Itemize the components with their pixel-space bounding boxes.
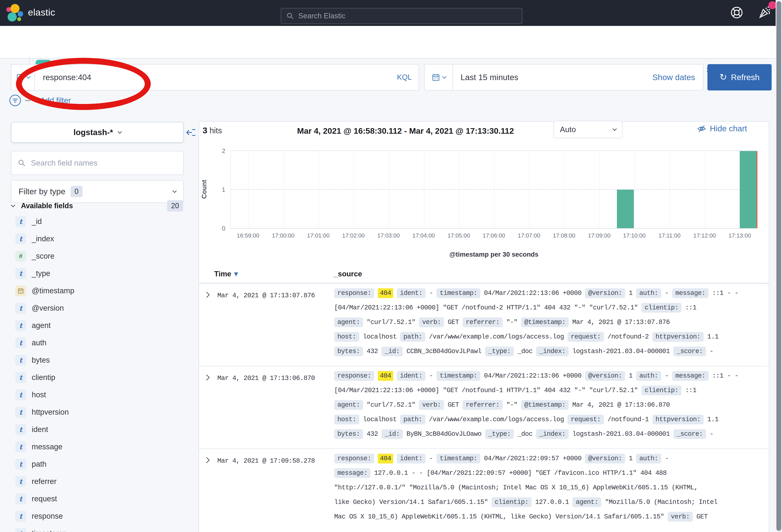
field-value: logstash-2021.03.04-000001 xyxy=(572,348,670,355)
field-value: 1 xyxy=(629,290,633,297)
field-badge: host: xyxy=(334,415,359,424)
field-item-ident[interactable]: tident xyxy=(11,421,186,438)
hide-chart-button[interactable]: Hide chart xyxy=(697,124,747,133)
doc-source: response:404ident:-timestamp:04/Mar/2021… xyxy=(334,451,767,524)
expand-doc-icon[interactable] xyxy=(204,375,210,381)
chevron-down-icon xyxy=(26,74,30,78)
x-tick-label: 17:01:00 xyxy=(307,232,329,239)
field-item-httpversion[interactable]: thttpversion xyxy=(11,404,186,421)
search-icon xyxy=(18,159,26,167)
field-item-timestamp[interactable]: ttimestamp xyxy=(11,525,186,532)
field-item-agent[interactable]: tagent xyxy=(11,317,186,334)
field-item-@timestamp[interactable]: @timestamp xyxy=(11,282,186,300)
field-value: _doc xyxy=(518,348,532,355)
help-icon[interactable] xyxy=(731,6,743,19)
date-quick-select-button[interactable] xyxy=(425,65,453,90)
field-badge: referrer: xyxy=(463,400,503,410)
field-value: 04/Mar/2021:22:13:06 +0000 xyxy=(484,372,581,380)
gridline xyxy=(494,151,495,228)
filter-set-icon[interactable] xyxy=(9,94,22,107)
field-badge: agent: xyxy=(334,400,363,410)
expand-doc-icon[interactable] xyxy=(204,457,210,463)
expand-doc-icon[interactable] xyxy=(204,292,210,298)
elastic-logo-icon[interactable] xyxy=(6,4,24,22)
field-item-message[interactable]: tmessage xyxy=(11,438,186,455)
field-value: GET xyxy=(697,513,708,521)
field-badge: _score: xyxy=(673,429,706,439)
column-header-time[interactable]: Time ▼ xyxy=(214,270,238,278)
index-pattern-selector[interactable]: logstash-* xyxy=(11,122,184,143)
field-item-bytes[interactable]: tbytes xyxy=(11,351,186,369)
field-value: ::1 - - xyxy=(712,372,739,380)
gridline xyxy=(564,151,565,228)
query-language-button[interactable]: KQL xyxy=(397,73,412,81)
field-item-host[interactable]: thost xyxy=(11,386,186,404)
interval-select[interactable]: Auto xyxy=(554,121,623,138)
field-item-@version[interactable]: t@version xyxy=(11,300,186,317)
field-value: 04/Mar/2021:22:09:57 +0000 xyxy=(484,455,581,462)
text-type-icon: t xyxy=(15,511,26,522)
text-type-icon: t xyxy=(15,459,26,470)
field-value: - xyxy=(429,290,433,297)
histogram-chart[interactable] xyxy=(230,151,757,229)
filter-by-type-dropdown[interactable]: Filter by type 0 xyxy=(11,180,184,203)
field-item-_type[interactable]: t_type xyxy=(11,265,186,282)
show-dates-button[interactable]: Show dates xyxy=(652,73,695,82)
add-filter-button[interactable]: + Add filter xyxy=(34,96,71,105)
time-range-value[interactable]: Last 15 minutes xyxy=(461,73,518,82)
field-badge: clientip: xyxy=(641,303,681,313)
gridline xyxy=(424,151,424,228)
field-badge: @version: xyxy=(585,288,625,298)
available-fields-toggle[interactable]: Available fields 20 xyxy=(11,200,183,212)
field-value: "curl/7.52.1" xyxy=(367,401,415,409)
y-tick-label: 0 xyxy=(222,225,225,232)
global-search-input[interactable]: Search Elastic xyxy=(281,8,522,24)
field-search-input[interactable]: Search field names xyxy=(11,151,184,175)
hide-chart-label: Hide chart xyxy=(710,124,747,133)
query-input[interactable]: response:404 xyxy=(43,73,91,82)
highlighted-value: 404 xyxy=(378,371,393,381)
field-badge: bytes: xyxy=(334,429,363,439)
field-badge: host: xyxy=(334,332,359,342)
field-item-clientip[interactable]: tclientip xyxy=(11,369,186,386)
scrollbar-thumb[interactable] xyxy=(776,1,781,531)
column-header-source[interactable]: _source xyxy=(334,270,362,278)
x-tick-label: 17:13:00 xyxy=(728,232,751,239)
x-tick-label: 17:03:00 xyxy=(377,232,400,239)
document-row: Mar 4, 2021 @ 17:13:06.870response:404id… xyxy=(199,366,769,449)
field-item-auth[interactable]: tauth xyxy=(11,334,186,351)
field-badge: referrer: xyxy=(463,317,503,327)
field-badge: response: xyxy=(334,454,374,463)
collapse-sidebar-icon[interactable] xyxy=(185,127,196,138)
refresh-button[interactable]: ↻ Refresh xyxy=(707,64,772,90)
field-item-_score[interactable]: #_score xyxy=(11,248,186,265)
field-item-_id[interactable]: t_id xyxy=(11,213,186,230)
global-search-placeholder: Search Elastic xyxy=(298,12,346,20)
field-item-response[interactable]: tresponse xyxy=(11,507,186,525)
text-type-icon: t xyxy=(15,442,26,452)
field-badge: verb: xyxy=(419,317,444,327)
doc-time: Mar 4, 2021 @ 17:13:07.876 xyxy=(217,292,315,299)
field-item-referrer[interactable]: treferrer xyxy=(11,473,186,490)
field-value: [04/Mar/2021:22:13:06 +0000] "GET /notfo… xyxy=(334,387,638,394)
field-name: bytes xyxy=(32,356,50,365)
field-badge: httpversion: xyxy=(652,415,704,424)
field-value: /notfound-1 xyxy=(608,416,649,423)
sort-desc-icon[interactable]: ▼ xyxy=(234,271,238,277)
field-value: - xyxy=(710,348,713,355)
histogram-bar-17:09:30[interactable] xyxy=(617,190,634,228)
histogram-bar-17:13:00[interactable] xyxy=(740,151,757,228)
field-value: "Mozilla/5.0 (Macintosh; Intel xyxy=(605,498,717,506)
x-tick-label: 17:11:00 xyxy=(659,232,680,239)
filter-divider xyxy=(25,100,30,101)
field-badge: _id: xyxy=(382,346,403,356)
field-badge: ident: xyxy=(397,371,426,381)
saved-query-menu-button[interactable] xyxy=(11,65,35,90)
text-type-icon: t xyxy=(15,424,26,435)
field-item-_index[interactable]: t_index xyxy=(11,230,186,248)
field-name: _index xyxy=(32,234,54,243)
y-axis-ticks: 012 xyxy=(208,151,225,229)
field-badge: _type: xyxy=(485,346,514,356)
field-item-request[interactable]: trequest xyxy=(11,490,186,507)
field-item-path[interactable]: tpath xyxy=(11,455,186,473)
